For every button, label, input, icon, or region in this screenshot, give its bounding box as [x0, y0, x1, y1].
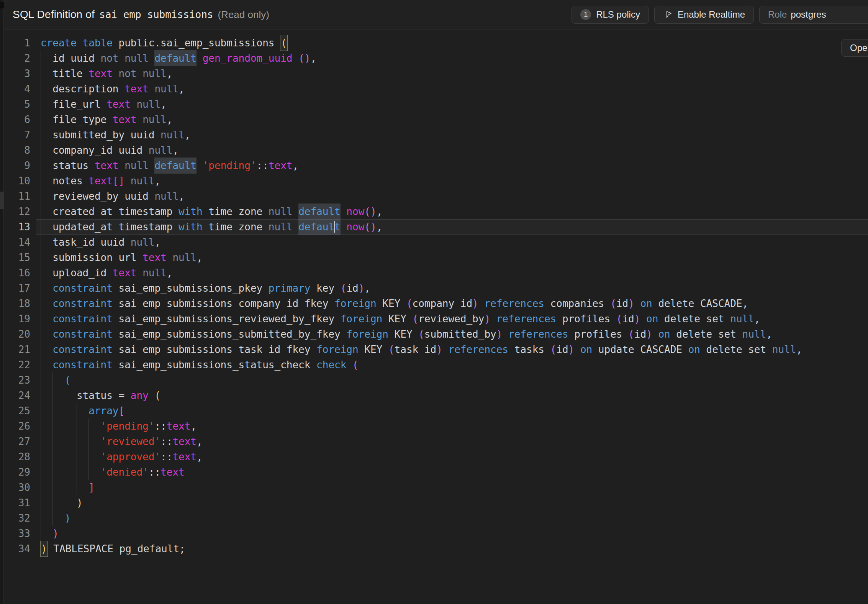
open-button[interactable]: Open [841, 39, 868, 57]
code-line[interactable]: 33 ) [4, 526, 868, 541]
code-token: ( [406, 298, 413, 309]
code-token: null [154, 83, 179, 95]
code-line[interactable]: 11 reviewed_by uuid null, [4, 189, 868, 204]
code-token: ( [280, 35, 287, 51]
code-token: ( [341, 282, 347, 294]
code-token: time zone [203, 221, 269, 233]
code-token [119, 160, 125, 171]
code-token: , [377, 206, 383, 217]
code-line[interactable]: 28 'approved'::text, [4, 449, 868, 464]
code-line[interactable]: 34) TABLESPACE pg_default; [4, 541, 868, 556]
line-content: ) [41, 512, 70, 524]
role-button[interactable]: Role postgres [759, 6, 868, 24]
code-line[interactable]: 20 constraint sai_emp_submissions_submit… [4, 327, 868, 342]
code-token: id [346, 282, 358, 294]
code-lines: 1create table public.sai_emp_submissions… [4, 35, 868, 556]
code-token [502, 328, 508, 340]
code-line[interactable]: 14 task_id uuid null, [4, 235, 868, 250]
code-line[interactable]: 5 file_url text null, [4, 97, 868, 112]
title-table-name: sai_emp_submissions [99, 9, 213, 20]
code-token: profiles [556, 313, 616, 325]
code-line[interactable]: 15 submission_url text null, [4, 250, 868, 265]
code-token: any [131, 390, 149, 401]
code-token: submitted_by [424, 328, 496, 340]
code-line[interactable]: 12 created_at timestamp with time zone n… [4, 204, 868, 219]
rls-policy-button[interactable]: 1 RLS policy [572, 6, 649, 24]
code-token: ) [646, 328, 652, 340]
code-token: KEY [388, 328, 418, 340]
code-line[interactable]: 32 ) [4, 510, 868, 526]
code-line[interactable]: 19 constraint sai_emp_submissions_review… [4, 311, 868, 327]
code-line[interactable]: 26 'pending'::text, [4, 419, 868, 434]
left-scrollbar-thumb[interactable] [0, 192, 4, 209]
code-token: [ [119, 405, 125, 417]
line-content: file_url text null, [41, 98, 167, 110]
code-line[interactable]: 6 file_type text null, [4, 112, 868, 127]
code-token [341, 221, 347, 233]
code-line[interactable]: 2 id uuid not null default gen_random_uu… [4, 51, 868, 66]
line-content: create table public.sai_emp_submissions … [41, 37, 287, 49]
code-token: () [364, 221, 376, 233]
code-token: ) [359, 282, 365, 294]
line-content: file_type text null, [41, 114, 172, 125]
code-token [292, 221, 298, 233]
code-line[interactable]: 4 description text null, [4, 81, 868, 97]
code-token: id uuid [41, 53, 101, 64]
code-line[interactable]: 25 array[ [4, 403, 868, 419]
line-number: 31 [4, 495, 30, 510]
code-line[interactable]: 18 constraint sai_emp_submissions_compan… [4, 296, 868, 311]
code-token: ( [154, 390, 160, 401]
code-line[interactable]: 31 ) [4, 495, 868, 510]
line-number: 6 [4, 112, 30, 127]
line-number: 7 [4, 127, 30, 143]
line-content: submission_url text null, [41, 252, 203, 263]
code-token: , [185, 129, 191, 141]
code-token: , [197, 451, 203, 463]
code-line[interactable]: 21 constraint sai_emp_submissions_task_i… [4, 342, 868, 357]
code-token: with [179, 206, 203, 217]
code-line[interactable]: 17 constraint sai_emp_submissions_pkey p… [4, 281, 868, 296]
line-number: 1 [4, 35, 30, 51]
code-line[interactable]: 1create table public.sai_emp_submissions… [4, 35, 868, 51]
code-line[interactable]: 30 ] [4, 480, 868, 495]
code-token: reviewed_by [418, 313, 484, 325]
code-line[interactable]: 10 notes text[] null, [4, 173, 868, 189]
code-line[interactable]: 7 submitted_by uuid null, [4, 127, 868, 143]
line-number: 23 [4, 373, 30, 388]
code-token: , [167, 68, 173, 79]
code-token: 'pending' [101, 420, 155, 432]
code-token: ) [496, 328, 503, 340]
line-number: 12 [4, 204, 30, 219]
line-number: 17 [4, 281, 30, 296]
code-line[interactable]: 8 company_id uuid null, [4, 143, 868, 158]
code-token: description [41, 83, 124, 95]
code-line[interactable]: 9 status text null default 'pending'::te… [4, 158, 868, 173]
code-line[interactable]: 27 'reviewed'::text, [4, 434, 868, 449]
code-token: on [646, 313, 658, 325]
code-line[interactable]: 13 updated_at timestamp with time zone n… [4, 219, 868, 235]
code-token: , [364, 282, 370, 294]
code-line[interactable]: 16 upload_id text null, [4, 265, 868, 281]
role-value: postgres [791, 9, 826, 20]
code-token: references [508, 328, 568, 340]
code-line[interactable]: 3 title text not null, [4, 66, 868, 81]
enable-realtime-button[interactable]: Enable Realtime [654, 6, 754, 24]
code-token: text [113, 267, 137, 279]
code-line[interactable]: 22 constraint sai_emp_submissions_status… [4, 357, 868, 373]
line-number: 4 [4, 81, 30, 97]
code-token [41, 405, 88, 417]
code-token: ) [436, 344, 442, 355]
code-line[interactable]: 24 status = any ( [4, 388, 868, 403]
code-token: , [754, 313, 760, 325]
code-line[interactable]: 23 ( [4, 373, 868, 388]
line-number: 14 [4, 235, 30, 250]
line-number: 19 [4, 311, 30, 327]
code-line[interactable]: 29 'denied'::text [4, 464, 868, 480]
sql-code-editor[interactable]: Open 1create table public.sai_emp_submis… [4, 30, 868, 556]
code-token [136, 267, 142, 279]
code-token: update CASCADE [592, 344, 688, 355]
code-token: :: [149, 466, 160, 478]
code-token [490, 313, 496, 325]
line-content: constraint sai_emp_submissions_status_ch… [41, 359, 359, 371]
code-token: company_id [413, 298, 473, 309]
